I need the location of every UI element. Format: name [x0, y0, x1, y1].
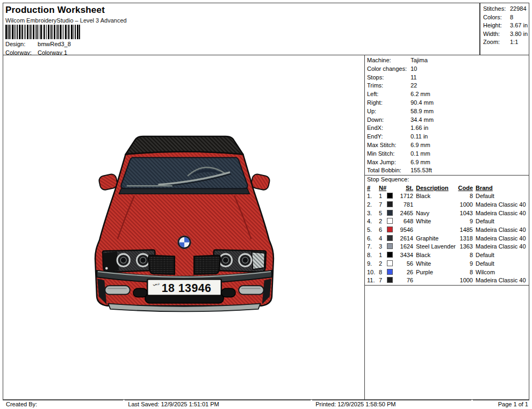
- table-row: 7.31624Steel Lavender1363Madeira Classic…: [365, 243, 529, 251]
- color-swatch: [387, 210, 393, 216]
- machine-label: EndX:: [367, 124, 411, 133]
- color-swatch: [387, 227, 393, 232]
- table-row: 10.826Purple8Wilcom: [365, 268, 529, 277]
- color-swatch: [387, 252, 393, 258]
- machine-label: Up:: [367, 107, 411, 116]
- design-preview-area: دبي 18 13946: [3, 55, 364, 400]
- summary-label: Height:: [483, 21, 510, 30]
- headlight-left: [103, 250, 155, 272]
- machine-label: Min Stitch:: [367, 150, 411, 158]
- machine-label: EndY:: [367, 133, 411, 141]
- footer-last-saved: Last Saved: 12/9/2025 1:51:01 PM: [125, 400, 311, 408]
- color-swatch: [387, 193, 393, 199]
- table-row: 1.11712Black8Default: [365, 192, 529, 201]
- bmw-badge: [178, 236, 191, 249]
- machine-label: Left:: [367, 90, 411, 99]
- machine-label: Stops:: [367, 74, 411, 82]
- color-swatch: [387, 277, 393, 283]
- summary-row: Stitches:22984: [483, 5, 529, 13]
- machine-label: Color changes:: [367, 65, 411, 74]
- car-roof: [126, 136, 243, 154]
- col-needle: N#: [379, 184, 387, 193]
- machine-value: 10: [411, 65, 417, 74]
- machine-value: 90.4 mm: [411, 99, 434, 107]
- table-row: 8.13434Black8Default: [365, 251, 529, 260]
- machine-value: 58.9 mm: [411, 107, 434, 116]
- license-plate: دبي 18 13946: [147, 279, 221, 295]
- machine-label: Max Stitch:: [367, 141, 411, 150]
- machine-label: Max Jump:: [367, 158, 411, 167]
- col-stitches: St.: [394, 184, 413, 193]
- summary-value: 8: [510, 14, 513, 20]
- barcode: [5, 25, 81, 39]
- summary-label: Zoom:: [483, 38, 510, 47]
- license-plate-script: دبي: [153, 281, 160, 286]
- machine-label: Right:: [367, 99, 411, 107]
- machine-value: 1.66 in: [411, 124, 428, 133]
- header: Production Worksheet Wilcom EmbroiderySt…: [3, 3, 480, 55]
- table-row: 4.2648White9Default: [365, 217, 529, 226]
- table-row: 5.695461485Madeira Classic 40: [365, 226, 529, 235]
- col-description: Description: [413, 184, 456, 193]
- footer-page-number: Page 1 of 1: [473, 400, 529, 408]
- machine-panel: Machine:Tajima Color changes:10 Stops:11…: [364, 55, 529, 400]
- headlight-right: [214, 250, 266, 272]
- machine-info: Machine:Tajima Color changes:10 Stops:11…: [365, 55, 529, 176]
- footer-printed: Printed: 12/9/2025 1:58:50 PM: [312, 400, 471, 408]
- color-swatch: [387, 269, 393, 275]
- machine-value: Tajima: [411, 56, 428, 65]
- summary-row: Zoom:1:1: [483, 38, 529, 47]
- machine-label: Machine:: [367, 56, 411, 65]
- color-swatch: [387, 235, 393, 241]
- machine-label: Total Bobbin:: [367, 166, 411, 175]
- machine-value: 11: [411, 74, 416, 82]
- design-preview-car: دبي 18 13946: [92, 135, 277, 315]
- summary-value: 3.80 in: [510, 31, 528, 37]
- table-row: 9.256White9Default: [365, 260, 529, 268]
- machine-value: 6.9 mm: [411, 158, 430, 167]
- windshield: [121, 158, 247, 189]
- summary-label: Width:: [483, 30, 510, 39]
- machine-value: 0.1 mm: [411, 150, 430, 158]
- stop-sequence-title: Stop Sequence:: [365, 176, 529, 184]
- app-subtitle: Wilcom EmbroideryStudio – Level 3 Advanc…: [5, 17, 127, 24]
- license-plate-number: 18 13946: [162, 282, 212, 295]
- machine-value: 0.11 in: [411, 133, 428, 141]
- table-row: 11.7761000Madeira Classic 40: [365, 276, 529, 285]
- col-code: Code: [456, 184, 473, 193]
- machine-value: 22: [411, 82, 417, 90]
- color-swatch: [387, 218, 393, 224]
- page-title: Production Worksheet: [5, 5, 105, 16]
- col-num: #: [367, 184, 379, 193]
- table-row: 3.52465Navy1043Madeira Classic 40: [365, 209, 529, 218]
- summary-row: Height:3.67 in: [483, 21, 529, 30]
- summary-label: Colors:: [483, 13, 510, 22]
- stop-sequence-table: # N# St. Description Code Brand 1.11712B…: [365, 184, 529, 286]
- summary-label: Stitches:: [483, 5, 510, 13]
- color-swatch: [387, 260, 393, 266]
- machine-value: 6.9 mm: [411, 141, 430, 150]
- production-worksheet-page: Production Worksheet Wilcom EmbroiderySt…: [0, 0, 532, 409]
- summary-value: 1:1: [510, 39, 518, 45]
- design-value: bmwRed3_8: [38, 41, 71, 47]
- summary-row: Colors:8: [483, 13, 529, 22]
- stop-sequence-header: # N# St. Description Code Brand: [365, 184, 529, 193]
- stitch-summary: Stitches:22984 Colors:8 Height:3.67 in W…: [480, 3, 529, 55]
- table-row: 2.77811000Madeira Classic 40: [365, 201, 529, 209]
- design-name-row: Design: bmwRed3_8: [5, 41, 71, 47]
- machine-label: Trims:: [367, 82, 411, 90]
- color-swatch: [387, 243, 393, 249]
- footer-created-by: Created By:: [3, 400, 123, 408]
- footer: Created By: Last Saved: 12/9/2025 1:51:0…: [3, 400, 529, 407]
- summary-row: Width:3.80 in: [483, 30, 529, 39]
- machine-value: 6.2 mm: [411, 90, 430, 99]
- machine-label: Down:: [367, 116, 411, 125]
- design-label: Design:: [5, 41, 36, 47]
- summary-value: 22984: [510, 5, 527, 12]
- col-brand: Brand: [473, 184, 529, 193]
- table-row: 6.42614Graphite1318Madeira Classic 40: [365, 235, 529, 243]
- color-swatch: [387, 201, 393, 207]
- summary-value: 3.67 in: [510, 22, 528, 28]
- machine-value: 155.53ft: [411, 166, 432, 175]
- machine-value: 34.4 mm: [411, 116, 434, 125]
